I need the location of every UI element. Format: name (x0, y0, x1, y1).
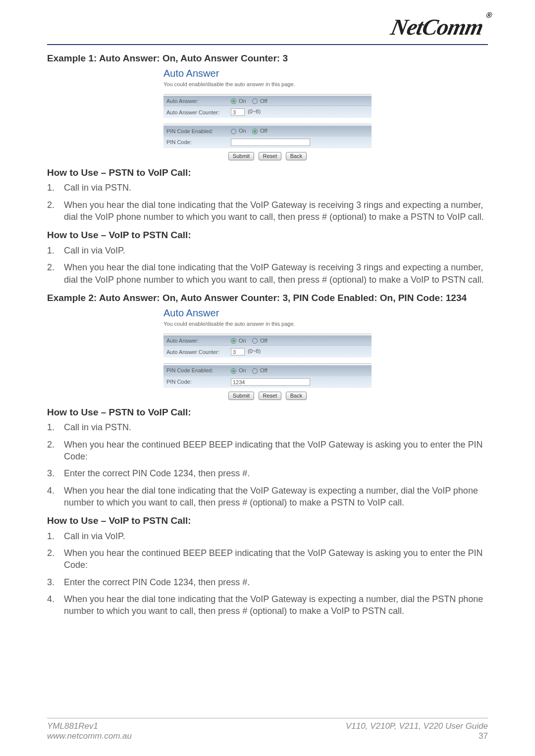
brand-name: NetComm (388, 14, 485, 40)
ui-subtitle: You could enable/disable the auto answer… (163, 321, 372, 327)
submit-button[interactable]: Submit (228, 152, 254, 160)
pin-code-input[interactable]: 1234 (231, 378, 310, 386)
example1-ui-panel: Auto Answer You could enable/disable the… (163, 68, 372, 160)
footer-url: www.netcomm.com.au (47, 731, 132, 741)
reset-button[interactable]: Reset (259, 392, 282, 400)
auto-answer-off-text: Off (260, 338, 267, 344)
pin-code-label: PIN Code: (163, 376, 228, 388)
list-item: Enter the correct PIN Code 1234, then pr… (47, 467, 488, 479)
footer-guide-title: V110, V210P, V211, V220 User Guide (346, 721, 488, 731)
pin-on-radio[interactable] (231, 129, 236, 134)
list-item: When you hear the dial tone indicating t… (47, 199, 488, 223)
auto-answer-on-radio[interactable] (231, 338, 236, 344)
pin-on-radio[interactable] (231, 368, 236, 374)
list-item: Enter the correct PIN Code 1234, then pr… (47, 576, 488, 588)
reset-button[interactable]: Reset (259, 152, 282, 160)
pin-on-text: On (239, 128, 246, 134)
list-item: When you hear the continued BEEP BEEP in… (47, 439, 488, 463)
list-item: When you hear the continued BEEP BEEP in… (47, 547, 488, 571)
pin-off-radio[interactable] (252, 129, 258, 134)
counter-label: Auto Answer Counter: (163, 346, 228, 358)
auto-answer-on-radio[interactable] (231, 99, 236, 104)
footer-divider (47, 718, 488, 718)
counter-hint: (0~8) (248, 109, 261, 115)
pin-off-text: Off (260, 367, 267, 373)
counter-label: Auto Answer Counter: (163, 106, 228, 118)
ex2-howB-title: How to Use – VoIP to PSTN Call: (47, 514, 488, 527)
list-item: Call in via VoIP. (47, 245, 488, 256)
example2-ui-panel: Auto Answer You could enable/disable the… (163, 307, 372, 400)
ex1-howA-title: How to Use – PSTN to VoIP Call: (47, 166, 488, 179)
ex1-howA-steps: Call in via PSTN. When you hear the dial… (47, 182, 488, 223)
ui-title: Auto Answer (163, 68, 372, 79)
pin-off-text: Off (260, 128, 267, 134)
ex1-howB-title: How to Use – VoIP to PSTN Call: (47, 229, 488, 242)
auto-answer-on-text: On (239, 338, 246, 344)
back-button[interactable]: Back (286, 152, 307, 160)
header-logo-row: NetComm® (47, 10, 488, 44)
list-item: Call in via VoIP. (47, 530, 488, 542)
pin-off-radio[interactable] (252, 368, 258, 374)
example1-heading: Example 1: Auto Answer: On, Auto Answer … (47, 52, 488, 65)
list-item: Call in via PSTN. (47, 182, 488, 194)
counter-input[interactable]: 3 (231, 108, 245, 116)
list-item: When you hear the dial tone indicating t… (47, 261, 488, 286)
list-item: When you hear the dial tone indicating t… (47, 593, 488, 617)
example2-heading: Example 2: Auto Answer: On, Auto Answer … (47, 292, 488, 304)
pin-code-label: PIN Code: (163, 136, 228, 148)
counter-hint: (0~8) (248, 349, 261, 354)
footer-page-number: 37 (346, 731, 488, 741)
list-item: When you hear the dial tone indicating t… (47, 485, 488, 509)
list-item: Call in via PSTN. (47, 421, 488, 433)
ui-subtitle: You could enable/disable the auto answer… (163, 81, 372, 87)
footer-doc-rev: YML881Rev1 (47, 721, 132, 731)
ex1-howB-steps: Call in via VoIP. When you hear the dial… (47, 245, 488, 286)
auto-answer-label: Auto Answer: (163, 335, 228, 346)
auto-answer-off-radio[interactable] (252, 99, 258, 104)
pin-enabled-label: PIN Code Enabled: (163, 365, 228, 376)
counter-input[interactable]: 3 (231, 348, 245, 355)
auto-answer-off-text: Off (260, 98, 267, 104)
auto-answer-off-radio[interactable] (252, 338, 258, 344)
ex2-howB-steps: Call in via VoIP. When you hear the cont… (47, 530, 488, 617)
pin-on-text: On (239, 367, 246, 373)
brand-reg-mark: ® (485, 11, 492, 19)
pin-enabled-label: PIN Code Enabled: (163, 126, 228, 137)
ex2-howA-steps: Call in via PSTN. When you hear the cont… (47, 421, 488, 508)
auto-answer-label: Auto Answer: (163, 96, 228, 106)
brand-logo: NetComm® (388, 14, 491, 40)
back-button[interactable]: Back (286, 392, 307, 400)
page-footer: YML881Rev1 www.netcomm.com.au V110, V210… (47, 718, 488, 741)
ex2-howA-title: How to Use – PSTN to VoIP Call: (47, 406, 488, 419)
ui-title: Auto Answer (163, 307, 372, 319)
auto-answer-on-text: On (239, 98, 246, 104)
pin-code-input[interactable] (231, 139, 310, 146)
submit-button[interactable]: Submit (228, 392, 254, 400)
header-divider (47, 44, 488, 45)
